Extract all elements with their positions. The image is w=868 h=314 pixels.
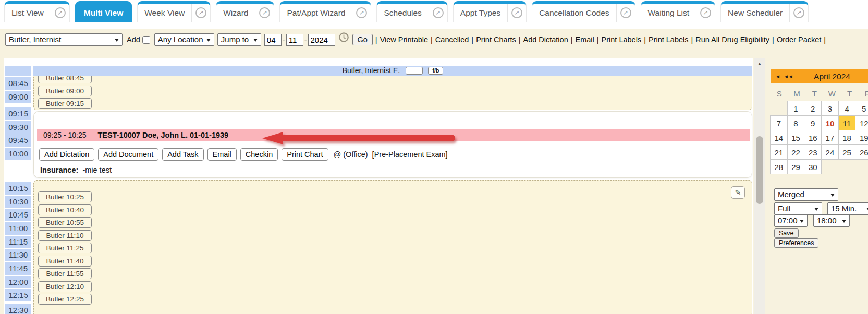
start-time-select[interactable]: 07:00: [774, 214, 808, 227]
tab-waiting-list[interactable]: Waiting List ↗: [641, 1, 716, 22]
slot-button[interactable]: Butler 12:10: [38, 281, 92, 292]
link-print-labels-2[interactable]: Print Labels: [649, 35, 689, 44]
date-year-input[interactable]: [308, 34, 335, 46]
print-chart-button[interactable]: Print Chart: [282, 148, 328, 161]
calendar-day[interactable]: 28: [770, 159, 788, 174]
popout-icon[interactable]: ↗: [191, 4, 210, 22]
location-select[interactable]: Any Location: [154, 33, 214, 46]
size-select[interactable]: Full: [774, 202, 822, 215]
calendar-day[interactable]: [855, 159, 868, 174]
calendar-day[interactable]: 23: [804, 144, 822, 160]
slot-button[interactable]: Butler 09:00: [38, 86, 92, 96]
save-button[interactable]: Save: [774, 228, 799, 238]
popout-icon[interactable]: ↗: [789, 4, 808, 22]
tab-multi-view[interactable]: Multi View: [75, 1, 132, 22]
popout-icon[interactable]: ↗: [616, 4, 635, 22]
tab-appt-types[interactable]: Appt Types ↗: [453, 1, 527, 22]
interval-select[interactable]: 15 Min.: [827, 202, 868, 215]
add-document-button[interactable]: Add Document: [98, 148, 158, 161]
popout-icon[interactable]: ↗: [255, 4, 274, 22]
calendar-day[interactable]: 21: [770, 144, 788, 160]
link-run-all-drug-eligibility[interactable]: Run All Drug Eligibility: [695, 35, 769, 44]
calendar-day[interactable]: 2: [804, 101, 822, 116]
popout-icon[interactable]: ↗: [352, 4, 371, 22]
link-add-dictation[interactable]: Add Dictation: [523, 35, 568, 44]
checkin-button[interactable]: Checkin: [240, 148, 278, 161]
calendar-day[interactable]: 19: [855, 130, 868, 145]
popout-icon[interactable]: ↗: [507, 4, 526, 22]
email-button[interactable]: Email: [207, 148, 237, 161]
slot-button[interactable]: Butler 11:25: [38, 243, 92, 253]
link-view-printable[interactable]: View Printable: [380, 35, 428, 44]
calendar-day[interactable]: 24: [821, 144, 839, 160]
tab-list-view[interactable]: List View ↗: [4, 1, 70, 22]
add-dictation-button[interactable]: Add Dictation: [39, 148, 94, 161]
tab-pat-appt-wizard[interactable]: Pat/Appt Wizard ↗: [279, 1, 371, 22]
slot-button[interactable]: Butler 11:55: [38, 268, 92, 279]
link-order-packet[interactable]: Order Packet: [777, 35, 821, 44]
slot-button[interactable]: Butler 09:15: [38, 98, 92, 109]
calendar-day[interactable]: 17: [821, 130, 839, 145]
appointment-patient-link[interactable]: TEST-10007 Doe, John L. 01-01-1939: [98, 131, 229, 139]
scrollbar-thumb[interactable]: [756, 136, 763, 204]
slot-button[interactable]: Butler 08:45: [38, 76, 92, 83]
slot-button[interactable]: Butler 10:40: [38, 204, 92, 215]
tab-schedules[interactable]: Schedules ↗: [376, 1, 447, 22]
calendar-day[interactable]: 18: [838, 130, 856, 145]
merged-view-select[interactable]: Merged: [774, 188, 838, 201]
slot-button[interactable]: Butler 10:55: [38, 217, 92, 228]
scroll-up-icon[interactable]: ▲: [754, 58, 765, 69]
calendar-day-today[interactable]: 10: [821, 115, 839, 130]
popout-icon[interactable]: ↗: [696, 4, 715, 22]
date-day-input[interactable]: [286, 34, 303, 46]
calendar-day[interactable]: 8: [787, 115, 805, 130]
calendar-day[interactable]: 16: [804, 130, 822, 145]
prev-year-icon[interactable]: ◄◄: [784, 74, 793, 79]
link-cancelled[interactable]: Cancelled: [435, 35, 469, 44]
clock-icon[interactable]: [338, 32, 349, 47]
tab-week-view[interactable]: Week View ↗: [137, 1, 211, 22]
fb-button[interactable]: f/b: [428, 67, 443, 75]
add-task-button[interactable]: Add Task: [162, 148, 203, 161]
calendar-day[interactable]: 30: [804, 159, 822, 174]
calendar-day[interactable]: 25: [838, 144, 856, 160]
calendar-day[interactable]: 29: [787, 159, 805, 174]
popout-icon[interactable]: ↗: [51, 4, 69, 22]
edit-slots-icon[interactable]: ✎: [731, 186, 745, 199]
go-button[interactable]: Go: [352, 34, 373, 45]
calendar-day-selected[interactable]: 11: [838, 115, 856, 130]
appointment-time-link[interactable]: 09:25 - 10:25: [43, 131, 87, 139]
add-checkbox[interactable]: [142, 36, 150, 44]
end-time-select[interactable]: 18:00: [813, 214, 850, 227]
calendar-day[interactable]: 14: [770, 130, 788, 145]
slot-button[interactable]: Butler 11:10: [38, 230, 92, 241]
calendar-day[interactable]: 3: [821, 101, 839, 116]
calendar-day[interactable]: 15: [787, 130, 805, 145]
slot-button[interactable]: Butler 12:25: [38, 294, 92, 305]
minimize-column-button[interactable]: —: [406, 67, 423, 75]
provider-header-link[interactable]: Butler, Internist E.: [343, 66, 400, 75]
tab-cancellation-codes[interactable]: Cancellation Codes ↗: [532, 1, 635, 22]
calendar-day[interactable]: 1: [787, 101, 805, 116]
calendar-day[interactable]: 4: [838, 101, 856, 116]
slot-button[interactable]: Butler 10:25: [38, 191, 92, 202]
preferences-button[interactable]: Preferences: [774, 238, 818, 248]
provider-select[interactable]: Butler, Internist: [5, 33, 123, 46]
calendar-day[interactable]: 12: [855, 115, 868, 130]
tab-new-scheduler[interactable]: New Scheduler ↗: [720, 1, 809, 22]
tab-wizard[interactable]: Wizard ↗: [216, 1, 274, 22]
link-print-charts[interactable]: Print Charts: [476, 35, 516, 44]
popout-icon[interactable]: ↗: [429, 4, 447, 22]
calendar-day[interactable]: [838, 159, 856, 174]
calendar-day[interactable]: [770, 101, 788, 116]
date-month-input[interactable]: [264, 34, 282, 46]
calendar-day[interactable]: 26: [855, 144, 868, 160]
slot-button[interactable]: Butler 11:40: [38, 256, 92, 267]
jump-to-select[interactable]: Jump to: [217, 33, 261, 46]
calendar-day[interactable]: 7: [770, 115, 788, 130]
calendar-day[interactable]: 9: [804, 115, 822, 130]
calendar-day[interactable]: 22: [787, 144, 805, 160]
link-print-labels-1[interactable]: Print Labels: [602, 35, 642, 44]
link-email[interactable]: Email: [576, 35, 594, 44]
prev-month-icon[interactable]: ◄: [775, 74, 780, 79]
